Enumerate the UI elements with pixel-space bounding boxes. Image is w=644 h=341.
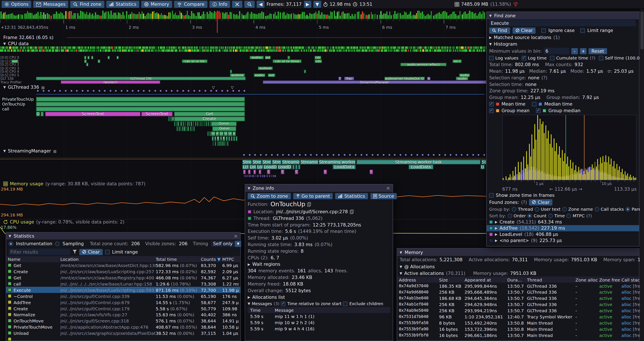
message-dot[interactable] xyxy=(355,154,356,156)
column-header-appeared-at[interactable]: Appeared at xyxy=(464,277,507,282)
zone[interactable] xyxy=(208,122,209,126)
frame-mark-icon[interactable]: ▽ xyxy=(231,86,234,90)
message-dot[interactable] xyxy=(438,154,440,156)
zone[interactable]: ( xyxy=(212,137,214,141)
time-ruler[interactable]: +12:31 362,643,435ns 1 ms2 ms3 ms4 ms5 m… xyxy=(0,20,486,34)
frame-bar-segment[interactable] xyxy=(469,11,470,19)
frame-bar-segment[interactable] xyxy=(380,11,382,19)
frame-bar-segment[interactable] xyxy=(296,15,297,19)
toolbar-button-info[interactable]: Info xyxy=(209,1,230,8)
frame-bar-segment[interactable] xyxy=(63,15,64,19)
zone[interactable]: C xyxy=(281,170,284,174)
frame-bar-segment[interactable] xyxy=(48,14,50,19)
frame-bar-segment[interactable] xyxy=(191,11,192,19)
histogram-toggle[interactable]: Histogram xyxy=(494,41,517,47)
frame-bar-segment[interactable] xyxy=(347,13,348,19)
frame-bar-segment[interactable] xyxy=(100,16,100,19)
frame-bar-segment[interactable] xyxy=(346,14,347,19)
hint-icon[interactable]: (?) xyxy=(590,56,596,60)
frame-bar-segment[interactable] xyxy=(158,14,159,19)
table-row[interactable]: Createjni/../jni/src/guif/Control.cpp:17… xyxy=(6,305,240,311)
zone[interactable]: (worker/) xyxy=(61,80,160,84)
alloc-link[interactable]: alloc xyxy=(622,333,632,337)
clear-button[interactable]: Clear xyxy=(512,27,536,34)
zone[interactable]: aut xyxy=(268,73,275,77)
toolbar-button-memory[interactable]: Memory xyxy=(141,1,172,8)
frame-bar-segment[interactable] xyxy=(228,15,229,19)
frame-bar-segment[interactable] xyxy=(299,15,300,19)
zone[interactable]: C xyxy=(295,170,298,174)
grip-icon[interactable]: ▦ xyxy=(41,85,44,89)
message-dot[interactable] xyxy=(160,90,162,92)
frame-bar-segment[interactable] xyxy=(332,12,333,19)
frame-bar-segment[interactable] xyxy=(476,16,478,19)
frame-bar-segment[interactable] xyxy=(142,11,143,19)
frame-bar-segment[interactable] xyxy=(149,14,150,19)
group-by-radio-call-stacks[interactable] xyxy=(594,207,599,211)
zone[interactable] xyxy=(185,122,186,126)
zone[interactable]: O xyxy=(36,112,40,116)
zone[interactable] xyxy=(295,165,298,169)
column-header-location[interactable]: Location xyxy=(60,256,156,261)
message-dot[interactable] xyxy=(182,90,184,92)
zone[interactable]: Streaming worker task xyxy=(356,160,480,164)
zone-info-button-statistics[interactable]: Statistics xyxy=(335,193,368,199)
frame-bar-segment[interactable] xyxy=(204,14,206,19)
frame-bar-segment[interactable] xyxy=(133,14,134,19)
alloc-link[interactable]: alloc xyxy=(622,289,632,294)
frame-bar-segment[interactable] xyxy=(34,14,36,19)
frame-bar-segment[interactable] xyxy=(446,12,447,19)
frame-bar-segment[interactable] xyxy=(164,15,165,19)
zone[interactable] xyxy=(227,141,228,146)
frame-bar-segment[interactable] xyxy=(8,14,9,19)
frame-bar-segment[interactable] xyxy=(320,15,321,19)
frame-bar-segment[interactable] xyxy=(290,14,290,19)
frame-bar-segment[interactable] xyxy=(360,14,362,19)
message-dot[interactable] xyxy=(288,154,290,156)
frame-bar-segment[interactable] xyxy=(222,12,223,19)
table-row[interactable]: AddTreejni/../jni/src/guif/Control.cpp:6… xyxy=(6,299,240,305)
zone[interactable] xyxy=(269,175,270,177)
frame-bar-segment[interactable] xyxy=(96,15,98,19)
frame-bar-segment[interactable] xyxy=(394,11,396,19)
zone[interactable]: E xyxy=(172,117,174,121)
zone[interactable] xyxy=(187,122,188,126)
collapse-triangle-icon[interactable]: ▼ xyxy=(400,271,402,275)
zone[interactable] xyxy=(246,175,248,177)
limit-range-checkbox[interactable] xyxy=(105,249,110,254)
frame-timeline[interactable] xyxy=(0,11,486,20)
toolbar-button-statistics[interactable]: Statistics xyxy=(106,1,139,8)
column-header-counts[interactable]: Counts ▼ xyxy=(201,256,222,261)
zone[interactable] xyxy=(217,141,218,146)
frame-bar-segment[interactable] xyxy=(143,14,144,19)
frame-bar-segment[interactable] xyxy=(263,12,264,19)
frame-bar-segment[interactable] xyxy=(242,14,242,19)
zone[interactable] xyxy=(180,126,181,131)
frame-bar-segment[interactable] xyxy=(437,13,438,19)
legend-checkbox-mean-time[interactable] xyxy=(489,102,494,106)
zone[interactable]: audio xyxy=(456,77,468,80)
frame-bar-segment[interactable] xyxy=(130,14,131,19)
zone[interactable]: LoU xyxy=(228,131,232,136)
message-dot[interactable] xyxy=(400,154,401,156)
frame-bar-segment[interactable] xyxy=(196,16,197,19)
group-by-radio-thread[interactable] xyxy=(512,207,516,211)
frame-bar-segment[interactable] xyxy=(79,16,80,19)
frame-bar-segment[interactable] xyxy=(109,15,110,19)
decrement-button[interactable]: - xyxy=(571,48,578,54)
frame-bar-segment[interactable] xyxy=(94,16,94,19)
zone[interactable]: aU xyxy=(216,131,219,136)
section-thread-glthread[interactable]: ▼GLThread 336▦ ▽▽OScreenTextScreenTextGe… xyxy=(0,84,486,148)
message-dot[interactable] xyxy=(37,90,38,92)
frame-bar-segment[interactable] xyxy=(86,12,87,19)
message-dot[interactable] xyxy=(266,154,267,156)
memory-usage-plot[interactable]: Memory usage (y-range: 30.88 KB, visible… xyxy=(0,181,486,219)
frame-bar-segment[interactable] xyxy=(436,14,437,19)
message-dot[interactable] xyxy=(227,90,229,92)
collapse-triangle-icon[interactable]: ▼ xyxy=(3,42,6,46)
message-dot[interactable] xyxy=(70,90,72,92)
frame-bar-segment[interactable] xyxy=(5,12,6,19)
expand-triangle-icon[interactable]: ▶ xyxy=(495,226,498,230)
frame-bar-segment[interactable] xyxy=(362,12,363,19)
zone[interactable] xyxy=(36,102,245,106)
